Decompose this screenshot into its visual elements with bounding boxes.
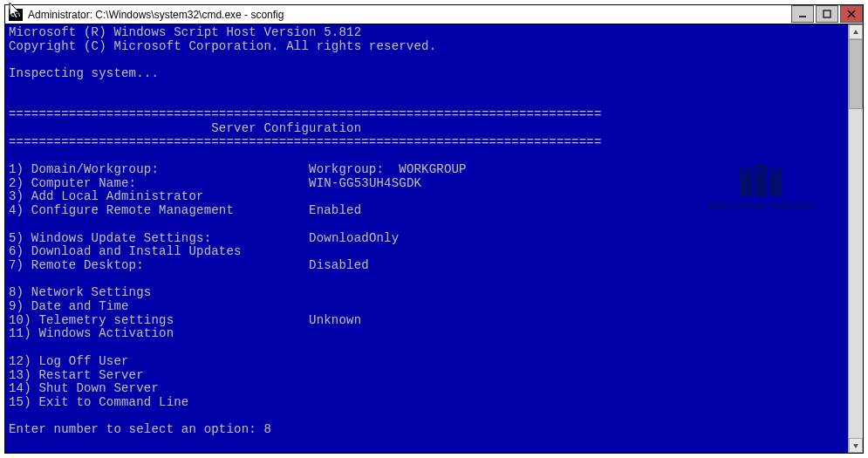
menu-option-12: 12) Log Off User [9, 354, 129, 368]
cmd-icon: C:\ [9, 9, 23, 21]
menu-option-5: 5) Windows Update Settings: DownloadOnly [9, 231, 399, 245]
menu-option-4: 4) Configure Remote Management Enabled [9, 203, 361, 217]
menu-option-9: 9) Date and Time [9, 299, 129, 313]
cmd-window: C:\ Administrator: C:\Windows\system32\c… [4, 4, 864, 454]
menu-option-2: 2) Computer Name: WIN-GG53UH4SGDK [9, 176, 421, 190]
scroll-down-button[interactable] [849, 438, 863, 453]
scrollbar-thumb[interactable] [849, 39, 863, 109]
console-output[interactable]: Microsoft (R) Windows Script Host Versio… [5, 24, 848, 453]
prompt-label: Enter number to select an option: [9, 422, 263, 436]
window-title: Administrator: C:\Windows\system32\cmd.e… [28, 9, 789, 21]
vertical-scrollbar[interactable] [848, 24, 863, 453]
prompt-input-value: 8 [263, 422, 271, 436]
menu-option-7: 7) Remote Desktop: Disabled [9, 258, 369, 272]
menu-option-11: 11) Windows Activation [9, 326, 174, 340]
scroll-up-button[interactable] [849, 24, 863, 39]
console-line: Inspecting system... [9, 66, 159, 80]
menu-option-6: 6) Download and Install Updates [9, 244, 242, 258]
menu-option-14: 14) Shut Down Server [9, 381, 159, 395]
close-button[interactable] [840, 5, 863, 23]
minimize-button[interactable] [791, 5, 814, 23]
maximize-button[interactable] [816, 5, 838, 23]
menu-option-10: 10) Telemetry settings Unknown [9, 313, 361, 327]
menu-option-8: 8) Network Settings [9, 285, 151, 299]
title-bar[interactable]: C:\ Administrator: C:\Windows\system32\c… [5, 5, 863, 24]
prompt-line[interactable]: Enter number to select an option: 8 [9, 422, 271, 436]
console-line: Copyright (C) Microsoft Corporation. All… [9, 39, 436, 53]
console-line: Microsoft (R) Windows Script Host Versio… [9, 25, 361, 39]
header-title: Server Configuration [9, 121, 361, 135]
scrollbar-track[interactable] [849, 39, 863, 438]
menu-option-15: 15) Exit to Command Line [9, 395, 188, 409]
hr-line: ========================================… [9, 135, 602, 149]
window-buttons [789, 5, 863, 24]
svg-rect-1 [824, 10, 830, 17]
hr-line: ========================================… [9, 107, 602, 121]
menu-option-3: 3) Add Local Administrator [9, 189, 204, 203]
menu-option-1: 1) Domain/Workgroup: Workgroup: WORKGROU… [9, 162, 467, 176]
menu-option-13: 13) Restart Server [9, 368, 144, 382]
